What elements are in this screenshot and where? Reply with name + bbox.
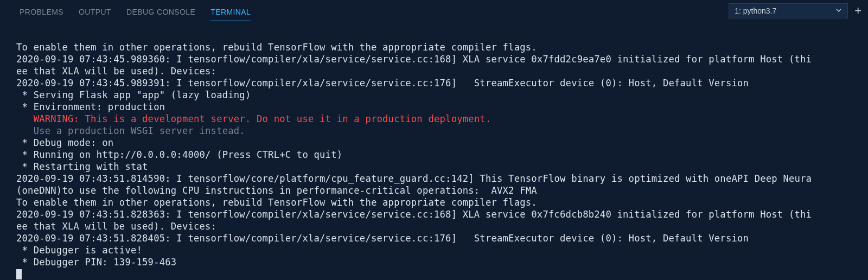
terminal-line: * Serving Flask app "app" (lazy loading) (16, 90, 251, 100)
terminal-line: To enable them in other operations, rebu… (16, 42, 537, 53)
terminal-output[interactable]: To enable them in other operations, rebu… (0, 22, 868, 280)
terminal-line: * Restarting with stat (16, 161, 148, 172)
terminal-line: * Debugger PIN: 139-159-463 (16, 257, 176, 268)
chevron-down-icon (835, 7, 842, 15)
terminal-line: 2020-09-19 07:43:51.828363: I tensorflow… (16, 209, 812, 220)
terminal-line: To enable them in other operations, rebu… (16, 197, 537, 208)
terminal-selector[interactable]: 1: python3.7 (729, 3, 848, 18)
terminal-line: 2020-09-19 07:43:51.828405: I tensorflow… (16, 233, 749, 244)
terminal-line: * Debugger is active! (16, 245, 142, 256)
terminal-line: (oneDNN)to use the following CPU instruc… (16, 185, 537, 196)
tab-terminal[interactable]: TERMINAL (210, 8, 251, 21)
terminal-line: ee that XLA will be used). Devices: (16, 66, 216, 77)
terminal-line: 2020-09-19 07:43:45.989391: I tensorflow… (16, 78, 749, 88)
terminal-selector-label: 1: python3.7 (735, 7, 776, 15)
terminal-line: * Environment: production (16, 101, 165, 112)
terminal-line-dim: Use a production WSGI server instead. (16, 125, 245, 136)
tab-debug-console[interactable]: DEBUG CONSOLE (126, 8, 195, 21)
tab-problems[interactable]: PROBLEMS (20, 8, 63, 21)
panel-tabs: PROBLEMS OUTPUT DEBUG CONSOLE TERMINAL (8, 1, 251, 21)
new-terminal-button[interactable]: + (854, 4, 863, 18)
panel-header-right: 1: python3.7 + (729, 3, 863, 18)
panel-header: PROBLEMS OUTPUT DEBUG CONSOLE TERMINAL 1… (0, 0, 868, 22)
terminal-line-warning: WARNING: This is a development server. D… (16, 113, 491, 124)
terminal-line: 2020-09-19 07:43:51.814590: I tensorflow… (16, 173, 812, 184)
terminal-line: * Debug mode: on (16, 137, 113, 148)
terminal-cursor (16, 269, 22, 279)
terminal-line: ee that XLA will be used). Devices: (16, 221, 216, 232)
terminal-line: 2020-09-19 07:43:45.989360: I tensorflow… (16, 54, 812, 65)
terminal-line: * Running on http://0.0.0.0:4000/ (Press… (16, 149, 342, 160)
tab-output[interactable]: OUTPUT (79, 8, 111, 21)
